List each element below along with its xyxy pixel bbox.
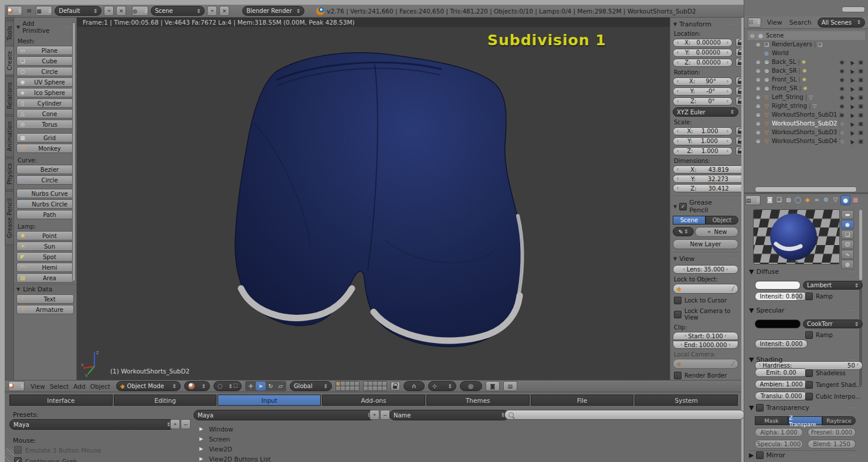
preset-select[interactable]: Maya⇕ — [9, 419, 175, 430]
properties-tab-icon[interactable]: ❏ — [775, 195, 784, 204]
new-layer-button[interactable]: New Layer — [673, 239, 738, 249]
toolshelf-button[interactable]: ❑ Cube — [16, 56, 74, 66]
properties-tab-icon[interactable]: ● — [840, 195, 850, 205]
renderability-camera-icon[interactable]: ▣ — [857, 59, 864, 65]
renderability-camera-icon[interactable]: ▣ — [857, 112, 864, 118]
outliner-item-name[interactable]: Back_SR — [772, 67, 797, 74]
workout-shorts-model[interactable] — [218, 47, 534, 352]
specular-ramp-checkbox[interactable]: ✓ — [805, 331, 813, 339]
expander-icon[interactable]: ⊕ — [755, 103, 761, 109]
expand-triangle-icon[interactable]: ▶ — [199, 456, 203, 461]
prefs-tab[interactable]: Input — [218, 395, 321, 406]
editor-type-button[interactable]: ☷⇕ — [748, 18, 761, 28]
outliner-item-name[interactable]: Back_SL — [772, 59, 796, 65]
prefs-tab[interactable]: Interface — [9, 395, 113, 406]
toolshelf-button[interactable]: ○ Circle — [16, 67, 74, 76]
checkbox[interactable]: ✓ — [805, 393, 813, 400]
renderability-camera-icon[interactable]: ▣ — [857, 86, 864, 91]
toolshelf-button[interactable]: ◌ Nurbs Circle — [16, 199, 74, 209]
outliner-menu[interactable]: View — [767, 19, 782, 26]
diffuse-ramp-checkbox[interactable]: ✓ — [805, 293, 813, 300]
checkbox[interactable]: ✓ — [805, 381, 813, 389]
checkbox[interactable]: ✓ — [14, 457, 22, 462]
add-preset-button[interactable]: ＋ — [170, 419, 180, 429]
prefs-tab[interactable]: File — [531, 395, 634, 406]
filter-type-select[interactable]: Name⇕ — [389, 410, 509, 420]
outliner-row[interactable]: ⊕ ⊚ Front_SL | ✺ ◉ ▲ ▣ — [748, 75, 865, 84]
transparency-mode-button[interactable]: Raytrace — [822, 416, 856, 425]
outliner-row[interactable]: ◍ World — [748, 49, 865, 57]
properties-tab-icon[interactable]: ▦ — [851, 195, 860, 204]
expander-icon[interactable]: ⊕ — [755, 59, 761, 65]
keymap-select[interactable]: Maya⇕ — [194, 410, 375, 420]
panel-header-mirror[interactable]: ▶✓Mirror — [749, 450, 857, 460]
prefs-tab[interactable]: System — [635, 395, 738, 406]
expand-triangle-icon[interactable]: ▶ — [199, 436, 203, 441]
outliner-item-name[interactable]: WorkoutShorts_SubD2 — [772, 120, 837, 127]
outliner-item-name[interactable]: World — [772, 50, 789, 56]
expander-icon[interactable]: ⊕ — [755, 68, 761, 74]
orientation-select[interactable]: Global⇕ — [290, 381, 332, 391]
outliner-item-name[interactable]: RenderLayers — [772, 41, 812, 47]
outliner-item-name[interactable]: Left_String — [772, 94, 803, 100]
selectability-cursor-icon[interactable]: ▲ — [847, 84, 856, 93]
keymap-tree-row[interactable]: ▶ View2D — [199, 444, 434, 454]
selectability-cursor-icon[interactable]: ▲ — [847, 137, 856, 145]
outliner-row[interactable]: ⊕ ▽ WorkoutShorts_SubD3 | ◎ ▲ ▣ — [748, 128, 865, 137]
properties-scrollbar-track[interactable] — [859, 210, 862, 386]
outliner-top-scrollbar[interactable] — [842, 6, 865, 12]
expander-icon[interactable]: ⊕ — [755, 112, 761, 118]
keymap-tree-row[interactable]: ▶ View2D Buttons List — [199, 454, 434, 462]
tool-shelf-tab-relations[interactable]: Relations — [5, 76, 14, 115]
transparency-field[interactable]: Blend:1.250 — [808, 440, 856, 449]
visibility-eye-icon[interactable]: ◉ — [839, 68, 845, 74]
scale-field[interactable]: ‹X:1.000› — [673, 127, 733, 135]
visibility-eye-icon[interactable]: ◉ — [839, 59, 845, 65]
outliner-item-name[interactable]: Front_SR — [772, 85, 798, 91]
local-camera-field[interactable]: ◆╱ — [673, 359, 738, 369]
properties-tab-icon[interactable]: ◆ — [803, 195, 812, 204]
toolshelf-button[interactable]: ◠ Hemi — [16, 263, 74, 272]
outliner-item-name[interactable]: WorkoutShorts_SubD4 — [772, 138, 837, 144]
proportional-edit-icon[interactable]: ◎ — [460, 381, 482, 391]
add-scene-button[interactable]: ＋ — [207, 6, 217, 16]
selectability-cursor-icon[interactable]: ▲ — [847, 119, 856, 128]
keymap-tree-row[interactable]: ▶ Screen — [199, 434, 434, 444]
viewport-menu[interactable]: Select — [48, 383, 71, 390]
remove-preset-button[interactable]: − — [181, 419, 191, 429]
selectability-cursor-icon[interactable]: ▲ — [847, 93, 856, 101]
toolshelf-button[interactable]: ▨ Area — [16, 273, 74, 283]
manipulator-button[interactable]: ↻ — [266, 382, 276, 390]
outliner-row[interactable]: ⊕ ▽ WorkoutShorts_SubD4 | ◎ ▲ ▣ — [748, 137, 865, 145]
panel-header-add-primitive[interactable]: ▼Add Primitive — [16, 20, 74, 34]
transparency-field[interactable]: Specula:1.000 — [755, 440, 803, 449]
visibility-eye-icon[interactable]: ◎ — [839, 130, 845, 135]
outliner-row[interactable]: ⊕ ⊚ Back_SL | ✺ ◉ ▲ ▣ — [748, 57, 865, 66]
toolshelf-button[interactable]: ◎ Torus — [16, 120, 74, 129]
toolshelf-button[interactable]: ◉ UV Sphere — [16, 77, 74, 87]
visibility-eye-icon[interactable]: ◉ — [839, 94, 845, 100]
eyedropper-icon[interactable]: ╱ — [731, 287, 734, 291]
rotation-field[interactable]: ‹Y:-0°› — [673, 87, 733, 96]
clip-start-field[interactable]: ‹Start:0.100› — [673, 332, 738, 340]
preview-type-button[interactable]: ∿ — [841, 250, 854, 259]
lens-field[interactable]: ‹Lens:35.000› — [673, 265, 738, 274]
visibility-eye-icon[interactable]: ◉ — [839, 77, 845, 83]
panel-header-link-data[interactable]: ▼ Link Data — [14, 284, 76, 294]
scale-field[interactable]: ‹Z:1.000› — [673, 147, 733, 155]
snap-element-select[interactable]: ⊹⇕ — [428, 381, 456, 391]
selectability-cursor-icon[interactable]: ▲ — [847, 57, 856, 66]
shading-checkbox-row[interactable]: ✓Shadeless — [805, 369, 862, 377]
lock-object-field[interactable]: ◆╱ — [673, 284, 738, 294]
selectability-cursor-icon[interactable] — [849, 33, 854, 37]
outliner-row[interactable]: ⊕ ▽ WorkoutShorts_SubD1 | ◉ ▲ ▣ — [748, 110, 865, 119]
renderability-camera-icon[interactable]: ▣ — [857, 77, 864, 83]
scene-browse-icon[interactable]: ◍⇕ — [132, 6, 148, 16]
transparency-field[interactable]: Alpha:1.000 — [755, 428, 803, 437]
panel-header-diffuse[interactable]: ▼Diffuse — [749, 267, 857, 276]
tool-shelf-tab-tools[interactable]: Tools — [5, 21, 14, 46]
delete-scene-button[interactable]: ✕ — [219, 6, 229, 16]
render-border-checkbox[interactable]: ✓ — [674, 372, 681, 379]
properties-tab-icon[interactable]: ⚙ — [822, 195, 830, 204]
tool-shelf-tab-physics[interactable]: Physics — [5, 158, 14, 190]
